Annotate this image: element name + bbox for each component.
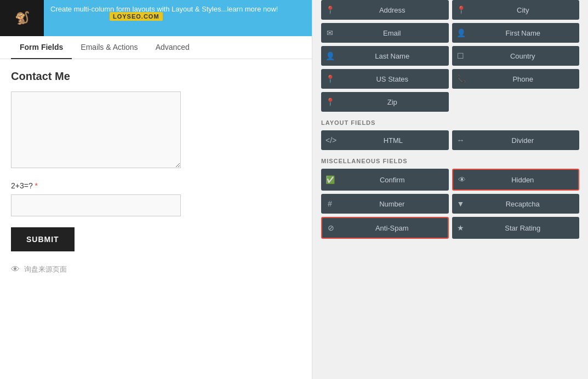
captcha-required: *: [35, 181, 38, 190]
location-icon: 📍: [326, 97, 335, 106]
layout-fields-label: LAYOUT FIELDS: [321, 119, 579, 126]
form-footer: 👁 询盘来源页面: [11, 265, 301, 274]
field-btn-first-name[interactable]: 👤 First Name: [452, 23, 580, 43]
form-content: Contact Me 2+3=? * SUBMIT 👁 询盘来源页面: [0, 59, 312, 379]
location-icon: 📍: [326, 5, 335, 14]
phone-icon: 📞: [456, 74, 466, 83]
confirm-icon: ✅: [326, 175, 335, 184]
email-icon: ✉: [326, 28, 334, 37]
location-icon: 📍: [326, 74, 335, 83]
left-panel: 🐒 Create multi-column form layouts with …: [0, 0, 312, 379]
notification-bar[interactable]: Create multi-column form layouts with La…: [44, 0, 312, 36]
tabs-container: Form Fields Emails & Actions Advanced: [0, 36, 312, 59]
tab-advanced[interactable]: Advanced: [147, 36, 198, 59]
notification-text: Create multi-column form layouts with La…: [50, 4, 305, 14]
location-icon: 📍: [456, 5, 466, 14]
field-btn-star-rating[interactable]: ★ Star Rating: [452, 217, 580, 239]
checkbox-icon: ☐: [456, 51, 465, 60]
field-btn-anti-spam[interactable]: ⊘ Anti-Spam: [321, 217, 449, 239]
ban-icon: ⊘: [327, 223, 335, 232]
field-btn-number[interactable]: # Number: [321, 194, 449, 214]
tab-form-fields[interactable]: Form Fields: [11, 36, 72, 59]
star-icon: ★: [456, 223, 465, 232]
field-btn-email[interactable]: ✉ Email: [321, 23, 449, 43]
user-icon: 👤: [456, 28, 466, 37]
eye-icon: 👁: [458, 175, 466, 184]
code-icon: </>: [326, 136, 336, 145]
footer-text: 询盘来源页面: [24, 265, 67, 274]
tab-emails-actions[interactable]: Emails & Actions: [72, 36, 146, 59]
right-panel: 📍 Address 📍 City ✉ Email 👤 First Name 👤 …: [312, 0, 588, 379]
monkey-logo: 🐒: [8, 4, 36, 32]
submit-button[interactable]: SUBMIT: [11, 227, 75, 251]
watermark: LOYSEO.COM: [110, 12, 163, 21]
layout-fields-grid: </> HTML ↔ Divider: [321, 130, 579, 150]
message-textarea[interactable]: [11, 91, 181, 168]
user-icon: 👤: [326, 51, 335, 60]
captcha-label: 2+3=? *: [11, 181, 301, 190]
field-btn-last-name[interactable]: 👤 Last Name: [321, 46, 449, 66]
captcha-input[interactable]: [11, 194, 181, 216]
field-btn-city[interactable]: 📍 City: [452, 0, 580, 20]
filter-icon: ▼: [456, 199, 465, 208]
standard-fields-grid: 📍 Address 📍 City ✉ Email 👤 First Name 👤 …: [321, 0, 579, 112]
field-btn-hidden[interactable]: 👁 Hidden: [452, 169, 580, 191]
hash-icon: #: [326, 199, 334, 208]
field-btn-phone[interactable]: 📞 Phone: [452, 69, 580, 89]
field-btn-divider[interactable]: ↔ Divider: [452, 130, 580, 150]
divider-icon: ↔: [456, 136, 465, 145]
page-title: Contact Me: [11, 70, 301, 83]
field-btn-recaptcha[interactable]: ▼ Recaptcha: [452, 194, 580, 214]
eye-icon: 👁: [11, 265, 20, 274]
field-btn-country[interactable]: ☐ Country: [452, 46, 580, 66]
field-btn-address[interactable]: 📍 Address: [321, 0, 449, 20]
field-btn-zip[interactable]: 📍 Zip: [321, 92, 449, 112]
field-btn-us-states[interactable]: 📍 US States: [321, 69, 449, 89]
field-btn-html[interactable]: </> HTML: [321, 130, 449, 150]
field-btn-confirm[interactable]: ✅ Confirm: [321, 169, 449, 191]
misc-fields-grid: ✅ Confirm 👁 Hidden # Number ▼ Recaptcha …: [321, 169, 579, 239]
misc-fields-label: MISCELLANEOUS FIELDS: [321, 158, 579, 164]
